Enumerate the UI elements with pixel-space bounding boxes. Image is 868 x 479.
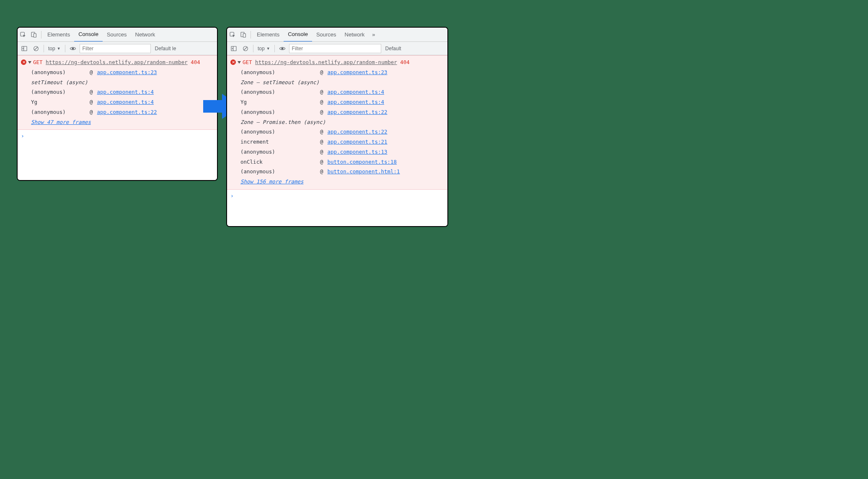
at-symbol: @ xyxy=(320,87,323,97)
tab-bar: Elements Console Sources Network » xyxy=(227,28,447,42)
error-icon: ✕ xyxy=(230,59,236,65)
tab-console[interactable]: Console xyxy=(284,28,312,42)
divider xyxy=(44,45,44,52)
frame-function: (anonymous) xyxy=(240,107,316,117)
inspect-icon[interactable] xyxy=(227,28,238,42)
svg-line-15 xyxy=(244,47,247,50)
at-symbol: @ xyxy=(90,67,93,77)
sidebar-toggle-icon[interactable] xyxy=(229,44,239,54)
frame-function: (anonymous) xyxy=(31,87,85,97)
frame-source-link[interactable]: app.component.ts:4 xyxy=(97,87,154,97)
tab-console[interactable]: Console xyxy=(74,28,103,42)
frame-source-link[interactable]: app.component.ts:4 xyxy=(328,87,384,97)
chevron-down-icon: ▼ xyxy=(57,46,61,51)
more-tabs-icon[interactable]: » xyxy=(369,31,378,38)
frame-source-link[interactable]: button.component.ts:18 xyxy=(328,157,397,167)
error-message: ✕ GET https://ng-devtools.netlify.app/ra… xyxy=(227,55,447,190)
stack-frame: (anonymous) @ app.component.ts:23 xyxy=(230,67,444,77)
filter-input[interactable] xyxy=(289,44,381,53)
at-symbol: @ xyxy=(320,137,323,147)
frame-source-link[interactable]: app.component.ts:23 xyxy=(97,67,157,77)
at-symbol: @ xyxy=(320,127,323,137)
error-icon: ✕ xyxy=(21,59,26,65)
at-symbol: @ xyxy=(90,97,93,107)
context-selector[interactable]: top ▼ xyxy=(256,46,272,52)
frame-function: increment xyxy=(240,137,316,147)
show-more-frames-link[interactable]: Show 47 more frames xyxy=(21,117,214,127)
stack-frame: (anonymous) @ app.component.ts:22 xyxy=(21,107,214,117)
frame-source-link[interactable]: app.component.ts:4 xyxy=(97,97,154,107)
at-symbol: @ xyxy=(90,87,93,97)
frame-source-link[interactable]: app.component.ts:21 xyxy=(328,137,388,147)
context-selector[interactable]: top ▼ xyxy=(46,46,62,52)
devtools-panel-before: Elements Console Sources Network top ▼ D… xyxy=(17,27,218,181)
sidebar-toggle-icon[interactable] xyxy=(19,44,29,54)
clear-console-icon[interactable] xyxy=(31,44,41,54)
frame-source-link[interactable]: app.component.ts:22 xyxy=(328,127,388,137)
frame-function: (anonymous) xyxy=(240,167,316,177)
console-output: ✕ GET https://ng-devtools.netlify.app/ra… xyxy=(18,55,217,180)
divider xyxy=(65,45,65,52)
tab-sources[interactable]: Sources xyxy=(103,28,131,42)
frame-source-link[interactable]: app.component.ts:23 xyxy=(328,67,388,77)
error-header[interactable]: ✕ GET https://ng-devtools.netlify.app/ra… xyxy=(230,57,444,67)
frame-function: (anonymous) xyxy=(240,87,316,97)
tab-sources[interactable]: Sources xyxy=(312,28,341,42)
at-symbol: @ xyxy=(320,167,323,177)
at-symbol: @ xyxy=(320,97,323,107)
svg-point-7 xyxy=(72,48,74,49)
show-more-frames-link[interactable]: Show 156 more frames xyxy=(230,177,444,187)
eye-icon[interactable] xyxy=(68,44,78,54)
at-symbol: @ xyxy=(320,147,323,157)
frame-source-link[interactable]: button.component.html:1 xyxy=(328,167,400,177)
stack-frame: (anonymous) @ app.component.ts:23 xyxy=(21,67,214,77)
tab-elements[interactable]: Elements xyxy=(253,28,284,42)
log-levels[interactable]: Default xyxy=(383,46,401,52)
stack-frame: Yg @ app.component.ts:4 xyxy=(21,97,214,107)
device-toggle-icon[interactable] xyxy=(28,28,39,42)
filter-input[interactable] xyxy=(80,44,151,53)
tab-network[interactable]: Network xyxy=(131,28,160,42)
request-url[interactable]: https://ng-devtools.netlify.app/random-n… xyxy=(255,59,397,65)
stack-frame: onClick @ button.component.ts:18 xyxy=(230,157,444,167)
divider xyxy=(251,31,251,39)
console-toolbar: top ▼ Default le xyxy=(18,42,217,55)
console-prompt[interactable]: › xyxy=(18,130,217,143)
at-symbol: @ xyxy=(90,107,93,117)
log-levels[interactable]: Default le xyxy=(152,46,176,52)
console-toolbar: top ▼ Default xyxy=(227,42,447,55)
async-boundary: setTimeout (async) xyxy=(21,77,214,88)
at-symbol: @ xyxy=(320,107,323,117)
stack-frame: increment @ app.component.ts:21 xyxy=(230,137,444,147)
eye-icon[interactable] xyxy=(277,44,287,54)
frame-function: (anonymous) xyxy=(31,107,85,117)
error-header[interactable]: ✕ GET https://ng-devtools.netlify.app/ra… xyxy=(21,57,214,67)
request-url[interactable]: https://ng-devtools.netlify.app/random-n… xyxy=(46,59,188,65)
clear-console-icon[interactable] xyxy=(240,44,251,54)
divider xyxy=(253,45,253,52)
tab-elements[interactable]: Elements xyxy=(43,28,74,42)
http-status: 404 xyxy=(400,59,410,65)
frame-source-link[interactable]: app.component.ts:4 xyxy=(328,97,384,107)
frame-source-link[interactable]: app.component.ts:13 xyxy=(328,147,388,157)
frame-source-link[interactable]: app.component.ts:22 xyxy=(328,107,388,117)
console-prompt[interactable]: › xyxy=(227,190,447,203)
svg-rect-3 xyxy=(22,46,27,51)
divider xyxy=(41,31,41,39)
expand-caret-icon[interactable] xyxy=(238,61,241,64)
stack-frame: (anonymous) @ app.component.ts:22 xyxy=(230,127,444,137)
frame-function: (anonymous) xyxy=(31,67,85,77)
tab-bar: Elements Console Sources Network xyxy=(18,28,217,42)
device-toggle-icon[interactable] xyxy=(238,28,249,42)
svg-line-6 xyxy=(34,47,38,50)
tab-network[interactable]: Network xyxy=(341,28,369,42)
divider xyxy=(274,45,275,52)
stack-frame: (anonymous) @ app.component.ts:22 xyxy=(230,107,444,117)
frame-source-link[interactable]: app.component.ts:22 xyxy=(97,107,157,117)
frame-function: (anonymous) xyxy=(240,127,316,137)
stack-frame: (anonymous) @ app.component.ts:13 xyxy=(230,147,444,157)
inspect-icon[interactable] xyxy=(18,28,28,42)
expand-caret-icon[interactable] xyxy=(28,61,31,64)
svg-point-16 xyxy=(282,48,283,49)
stack-frame: (anonymous) @ button.component.html:1 xyxy=(230,167,444,177)
